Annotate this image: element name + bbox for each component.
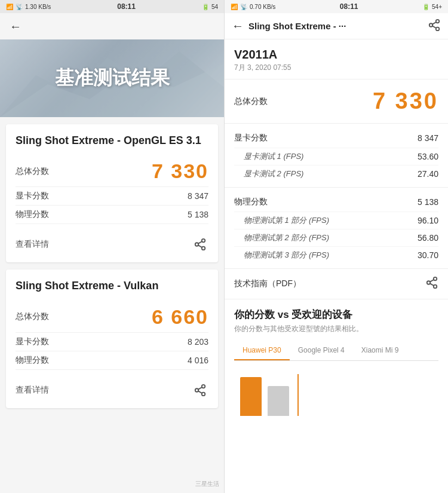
- chart-bar-group-2: [268, 386, 289, 416]
- share-button-opengl[interactable]: [192, 236, 208, 253]
- share-icon-vulkan: [194, 384, 207, 397]
- watermark: 三星生活: [195, 480, 219, 488]
- total-score-value: 7 330: [373, 88, 438, 114]
- chart-bar-1: [240, 377, 262, 416]
- total-score-section: 总体分数 7 330: [225, 79, 448, 124]
- device-name: V2011A: [234, 48, 438, 62]
- pdf-share-button[interactable]: [425, 276, 438, 292]
- total-label-vulkan: 总体分数: [16, 311, 49, 322]
- right-share-button[interactable]: [428, 19, 441, 34]
- left-battery-val: 54: [211, 4, 218, 10]
- svg-line-10: [198, 391, 202, 393]
- gpu-test1-row: 显卡测试 1 (FPS) 53.60: [234, 148, 438, 165]
- physics-score-row-vulkan: 物理分数 4 016: [16, 351, 208, 370]
- left-status-bar: 📶 📡 1.30 KB/s 08:11 🔋 54: [0, 0, 224, 13]
- left-status-right: 🔋 54: [202, 4, 218, 10]
- physics-score-row-opengl: 物理分数 5 138: [16, 206, 208, 224]
- pdf-label[interactable]: 技术指南（PDF）: [234, 278, 301, 289]
- gpu-value-opengl: 8 347: [188, 191, 208, 201]
- left-battery: 🔋: [202, 4, 209, 10]
- comparison-title: 你的分数 vs 受欢迎的设备: [234, 308, 438, 321]
- chart-bar-group-1: [240, 377, 262, 416]
- gpu-label-opengl: 显卡分数: [16, 191, 49, 201]
- action-row-vulkan: 查看详情: [16, 377, 208, 399]
- total-score-row-vulkan: 总体分数 6 660: [16, 302, 208, 333]
- chart-indicator-line: [297, 374, 299, 416]
- left-content: Sling Shot Extreme - OpenGL ES 3.1 总体分数 …: [0, 117, 224, 493]
- physics-test3-label: 物理测试第 3 部分 (FPS): [244, 250, 329, 261]
- svg-line-6: [198, 241, 202, 244]
- physics-test1-value: 96.10: [418, 216, 438, 225]
- physics-test3-value: 30.70: [418, 250, 438, 260]
- benchmark-name-vulkan: Sling Shot Extreme - Vulkan: [16, 279, 208, 293]
- gpu-section: 显卡分数 8 347 显卡测试 1 (FPS) 53.60 显卡测试 2 (FP…: [225, 124, 448, 188]
- hero-title: 基准测试结果: [55, 65, 170, 91]
- left-panel: 📶 📡 1.30 KB/s 08:11 🔋 54 ← 基准测试结果 Sling …: [0, 0, 224, 493]
- total-label-opengl: 总体分数: [16, 166, 49, 177]
- tab-google-pixel4[interactable]: Google Pixel 4: [290, 341, 353, 360]
- gpu-label: 显卡分数: [234, 133, 268, 143]
- gpu-value: 8 347: [418, 133, 438, 143]
- physics-test1-row: 物理测试第 1 部分 (FPS) 96.10: [234, 212, 438, 229]
- physics-value: 5 138: [418, 197, 438, 207]
- physics-label-opengl: 物理分数: [16, 209, 49, 220]
- pdf-share-icon: [425, 276, 438, 289]
- total-value-opengl: 7 330: [152, 160, 208, 183]
- benchmark-card-vulkan: Sling Shot Extreme - Vulkan 总体分数 6 660 显…: [6, 270, 218, 408]
- left-signal-icon: 📶: [6, 4, 13, 10]
- left-speed: 1.30 KB/s: [25, 4, 51, 10]
- physics-row: 物理分数 5 138: [234, 192, 438, 212]
- svg-line-20: [430, 283, 434, 286]
- left-time: 08:11: [117, 2, 136, 11]
- chart-bar-2: [268, 386, 289, 416]
- gpu-test1-value: 53.60: [418, 152, 438, 161]
- right-status-left: 📶 📡 0.70 KB/s: [231, 4, 275, 10]
- right-header-title: Sling Shot Extreme - ···: [248, 21, 423, 31]
- right-share-icon: [428, 19, 441, 32]
- right-signal-icon: 📶: [231, 4, 238, 10]
- left-header: ←: [0, 13, 224, 39]
- gpu-score-row-vulkan: 显卡分数 8 203: [16, 333, 208, 351]
- left-hero-banner: 基准测试结果: [0, 39, 224, 117]
- device-section: V2011A 7月 3, 2020 07:55: [225, 39, 448, 79]
- right-status-bar: 📶 📡 0.70 KB/s 08:11 🔋 54+: [225, 0, 448, 13]
- svg-line-5: [198, 246, 202, 248]
- benchmark-name-opengl: Sling Shot Extreme - OpenGL ES 3.1: [16, 134, 208, 148]
- right-battery-val: 54+: [432, 4, 442, 10]
- svg-line-15: [432, 26, 436, 28]
- right-content: V2011A 7月 3, 2020 07:55 总体分数 7 330 显卡分数 …: [225, 39, 448, 493]
- gpu-row: 显卡分数 8 347: [234, 128, 438, 148]
- right-panel: 📶 📡 0.70 KB/s 08:11 🔋 54+ ← Sling Shot E…: [224, 0, 448, 493]
- right-time: 08:11: [340, 2, 358, 11]
- comparison-subtitle: 你的分数与其他受欢迎型號的结果相比。: [234, 324, 438, 334]
- comparison-section: 你的分数 vs 受欢迎的设备 你的分数与其他受欢迎型號的结果相比。 Huawei…: [225, 299, 448, 422]
- pdf-row: 技术指南（PDF）: [225, 269, 448, 299]
- tab-huawei-p30[interactable]: Huawei P30: [234, 341, 290, 360]
- action-row-opengl: 查看详情: [16, 231, 208, 253]
- details-link-vulkan[interactable]: 查看详情: [16, 385, 49, 396]
- details-link-opengl[interactable]: 查看详情: [16, 239, 49, 250]
- right-back-button[interactable]: ←: [232, 19, 244, 33]
- comparison-chart: [234, 368, 438, 416]
- gpu-test2-value: 27.40: [418, 169, 438, 179]
- total-score-row-opengl: 总体分数 7 330: [16, 156, 208, 187]
- right-battery: 🔋: [422, 4, 429, 10]
- total-score-label: 总体分数: [234, 96, 268, 107]
- comparison-tabs: Huawei P30 Google Pixel 4 Xiaomi Mi 9: [234, 341, 438, 361]
- physics-test1-label: 物理测试第 1 部分 (FPS): [244, 215, 329, 226]
- share-icon-opengl: [194, 238, 207, 251]
- physics-test2-value: 56.80: [418, 233, 438, 243]
- physics-test2-row: 物理测试第 2 部分 (FPS) 56.80: [234, 229, 438, 246]
- gpu-test1-label: 显卡测试 1 (FPS): [244, 151, 303, 162]
- right-header: ← Sling Shot Extreme - ···: [225, 13, 448, 39]
- left-back-button[interactable]: ←: [10, 20, 22, 33]
- gpu-score-row-opengl: 显卡分数 8 347: [16, 187, 208, 206]
- share-button-vulkan[interactable]: [192, 382, 208, 399]
- gpu-test2-label: 显卡测试 2 (FPS): [244, 169, 303, 179]
- gpu-value-vulkan: 8 203: [188, 337, 208, 347]
- right-wifi-icon: 📡: [240, 4, 247, 10]
- tab-xiaomi-mi9[interactable]: Xiaomi Mi 9: [353, 341, 407, 360]
- svg-line-11: [198, 387, 202, 390]
- right-status-right: 🔋 54+: [422, 4, 442, 10]
- right-speed: 0.70 KB/s: [250, 4, 275, 10]
